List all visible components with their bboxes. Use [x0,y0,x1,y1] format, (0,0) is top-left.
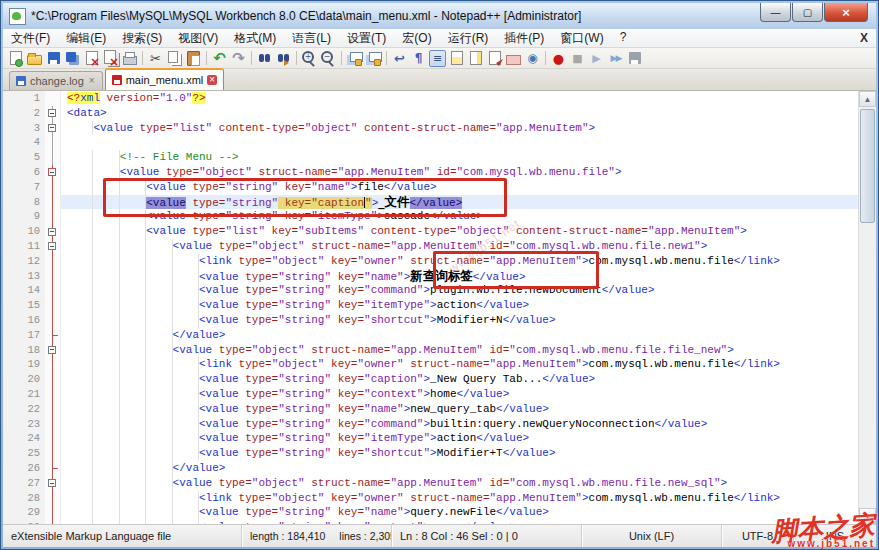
undo-icon[interactable]: ↶ [211,50,228,67]
menu-item[interactable]: 窗口(W) [552,30,611,47]
tab-close-icon[interactable]: × [207,75,217,85]
show-indent-guide-icon[interactable]: ≡ [429,50,446,67]
menu-item[interactable]: 文件(F) [3,30,58,47]
menu-item[interactable]: 搜索(S) [114,30,170,47]
syntax-segment: type= [239,403,279,415]
code-text[interactable]: <value type="string" key="name">query.ne… [61,505,858,520]
stop-recording-icon[interactable]: ■ [569,50,586,67]
menu-item[interactable]: 插件(P) [496,30,552,47]
code-text[interactable]: <value type="string" key="name">新查询标签</v… [61,269,858,284]
scrollbar-thumb[interactable] [860,109,875,223]
syntax-segment: type= [232,255,272,267]
menu-item[interactable]: 宏(O) [394,30,439,47]
scroll-down-icon[interactable]: ▼ [859,508,876,524]
record-macro-icon[interactable]: ● [550,50,567,67]
copy-icon[interactable] [166,50,183,67]
editor-area[interactable]: 1<?xml version="1.0"?>2<data>3<value typ… [3,91,876,524]
code-text[interactable]: <value type="string" key="name">new_quer… [61,402,858,417]
menu-item[interactable]: 语言(L) [284,30,339,47]
fold-marker-icon[interactable] [45,121,61,136]
code-text[interactable]: <value type="string" key="caption">_New … [61,372,858,387]
code-text[interactable]: <value type="string" key="command">plugi… [61,283,858,298]
save-recorded-macro-icon[interactable] [626,50,643,67]
menu-item[interactable]: 设置(T) [339,30,394,47]
fold-marker-icon[interactable] [45,476,61,491]
cut-icon[interactable]: ✂ [147,50,164,67]
document-map-icon[interactable] [467,50,484,67]
folder-as-workspace-icon[interactable] [505,50,522,67]
title-bar[interactable]: *C:\Program Files\MySQL\MySQL Workbench … [3,3,876,29]
run-macro-multiple-times-icon[interactable]: ▶▶ [607,50,624,67]
code-text[interactable]: </value> [61,461,858,476]
scroll-up-icon[interactable]: ▲ [859,91,876,107]
maximize-button[interactable]: ▢ [792,3,823,22]
code-text[interactable]: <link type="object" key="owner" struct-n… [61,254,858,269]
new-file-icon[interactable] [7,50,24,67]
save-icon[interactable] [45,50,62,67]
code-text[interactable]: <value type="string" key="itemType">acti… [61,298,858,313]
code-line: 4 [3,135,858,150]
show-all-characters-icon[interactable]: ¶ [410,50,427,67]
code-text[interactable]: <value type="string" key="context">home<… [61,387,858,402]
close-all-icon[interactable] [102,50,119,67]
code-text[interactable]: <value type="string" key="command">built… [61,417,858,432]
code-area[interactable]: 1<?xml version="1.0"?>2<data>3<value typ… [3,91,858,524]
code-text[interactable]: <link type="object" key="owner" struct-n… [61,491,858,506]
code-text[interactable]: <?xml version="1.0"?> [61,91,858,106]
code-text[interactable]: <value type="string" key="shortcut">Modi… [61,313,858,328]
vertical-scrollbar[interactable]: ▲ ▼ [858,91,876,524]
code-text[interactable]: <value type="object" struct-name="app.Me… [61,239,858,254]
code-text[interactable]: <value type="string" key="name">file</va… [61,180,858,195]
redo-icon[interactable]: ↷ [230,50,247,67]
code-text[interactable]: <value type="string" key="itemType">acti… [61,431,858,446]
sync-horizontal-scrolling-icon[interactable] [365,50,382,67]
menu-item[interactable]: 格式(M) [226,30,284,47]
document-peek-icon[interactable]: ◉ [524,50,541,67]
paste-icon[interactable] [185,50,202,67]
fold-marker-icon[interactable] [45,239,61,254]
code-text[interactable]: <value type="object" struct-name="app.Me… [61,165,858,180]
save-all-icon[interactable] [64,50,81,67]
define-your-language-icon[interactable] [448,50,465,67]
code-text[interactable]: </value> [61,328,858,343]
function-list-icon[interactable] [486,50,503,67]
word-wrap-icon[interactable]: ↩ [391,50,408,67]
zoom-in-icon[interactable] [301,50,318,67]
code-text[interactable]: <link type="object" key="owner" struct-n… [61,357,858,372]
code-text[interactable]: <!-- File Menu --> [61,150,858,165]
code-text[interactable]: <value type="list" key="subItems" conten… [61,224,858,239]
menu-item[interactable]: ? [612,30,635,47]
replace-icon[interactable] [275,50,292,67]
menu-item[interactable]: 视图(V) [170,30,226,47]
code-text[interactable]: <value type="string" key="shortcut">Modi… [61,446,858,461]
code-text[interactable]: <value type="string" key="itemType">casc… [61,209,858,224]
code-text[interactable]: <value type="object" struct-name="app.Me… [61,343,858,358]
open-file-icon[interactable] [26,50,43,67]
fold-marker-icon[interactable] [45,106,61,121]
find-icon[interactable] [256,50,273,67]
minimize-button[interactable]: — [760,3,791,22]
play-macro-icon[interactable]: ▶ [588,50,605,67]
close-button[interactable]: × [824,3,868,22]
code-text[interactable]: <value type="object" struct-name="app.Me… [61,476,858,491]
close-file-icon[interactable] [83,50,100,67]
code-text[interactable]: <data> [61,106,858,121]
code-text[interactable] [61,135,858,150]
code-text[interactable]: <value type="string" key="context">query… [61,520,858,524]
fold-marker-icon[interactable] [45,165,61,180]
indent-guide [67,180,146,195]
fold-marker-icon[interactable] [45,224,61,239]
tab-close-icon[interactable]: × [88,76,96,86]
print-icon[interactable] [121,50,138,67]
code-text[interactable]: <value type="string" key="caption">_文件</… [61,195,858,210]
sync-vertical-scrolling-icon[interactable] [346,50,363,67]
tab-main-menu-xml[interactable]: main_menu.xml × [105,68,224,90]
syntax-segment: > [430,314,437,326]
document-close-x-button[interactable]: X [860,31,868,45]
code-text[interactable]: <value type="list" content-type="object"… [61,121,858,136]
tab-change-log[interactable]: change.log × [9,71,103,90]
menu-item[interactable]: 运行(R) [440,30,497,47]
menu-item[interactable]: 编辑(E) [58,30,114,47]
zoom-out-icon[interactable] [320,50,337,67]
fold-marker-icon[interactable] [45,343,61,358]
